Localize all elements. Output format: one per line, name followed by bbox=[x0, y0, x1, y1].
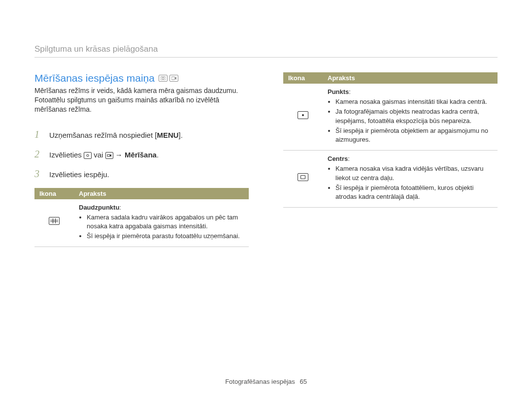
right-column: Ikona Apraksts Punkts: Kamera nosaka gai… bbox=[283, 72, 498, 247]
step-number: 3 bbox=[34, 164, 43, 183]
camera-icon bbox=[84, 152, 92, 159]
step-3: 3 Izvēlieties iespēju. bbox=[34, 164, 249, 183]
step-text: Izvēlieties vai → Mērīšana. bbox=[49, 148, 159, 162]
options-table-right: Ikona Apraksts Punkts: Kamera nosaka gai… bbox=[283, 72, 498, 208]
step-text: Uzņemšanas režīmā nospiediet [MENU]. bbox=[49, 128, 183, 143]
table-row: Daudzpunktu: Kamera sadala kadru vairāko… bbox=[34, 199, 249, 247]
video-mode-icon bbox=[169, 75, 178, 82]
menu-item-label: Mērīšana bbox=[125, 151, 157, 159]
step-fragment: Uzņemšanas režīmā nospiediet [ bbox=[49, 131, 157, 139]
camera-mode-icon bbox=[159, 75, 167, 82]
svg-point-3 bbox=[87, 154, 89, 156]
option-bullet: Kamera sadala kadru vairākos apgabalos u… bbox=[87, 213, 244, 231]
table-row: Centrs: Kamera nosaka visa kadra vidējās… bbox=[283, 151, 498, 208]
breadcrumb: Spilgtuma un krāsas pielāgošana bbox=[34, 44, 498, 58]
option-title: Daudzpunktu bbox=[79, 204, 119, 211]
mode-icons bbox=[159, 75, 178, 82]
option-title: Centrs bbox=[328, 155, 348, 162]
col-header-desc: Apraksts bbox=[74, 188, 249, 199]
option-bullet: Šī iespēja ir piemērota parastu fotoattē… bbox=[87, 232, 244, 241]
footer-section: Fotografēšanas iespējas bbox=[225, 378, 295, 385]
step-number: 2 bbox=[34, 145, 43, 163]
step-2: 2 Izvēlieties vai → Mērīšana. bbox=[34, 145, 249, 163]
step-number: 1 bbox=[34, 125, 43, 144]
step-text: Izvēlieties iespēju. bbox=[49, 168, 109, 182]
col-header-desc: Apraksts bbox=[323, 72, 498, 84]
option-bullet: Ja fotografējamais objekts neatrodas kad… bbox=[335, 107, 493, 125]
col-header-icon: Ikona bbox=[283, 72, 323, 84]
heading-text: Mērīšanas iespējas maiņa bbox=[34, 72, 155, 84]
step-fragment: vai bbox=[92, 151, 105, 159]
svg-point-1 bbox=[162, 78, 164, 80]
page-number: 65 bbox=[299, 378, 306, 385]
option-bullet: Šī iespēja ir piemērota fotoattēliem, ku… bbox=[335, 184, 493, 201]
svg-rect-4 bbox=[107, 154, 110, 156]
left-column: Mērīšanas iespējas maiņa Mērīšanas režīm… bbox=[34, 72, 249, 247]
menu-label: MENU bbox=[157, 131, 178, 139]
metering-center-icon bbox=[283, 151, 323, 208]
option-title: Punkts bbox=[328, 88, 349, 95]
steps-list: 1 Uzņemšanas režīmā nospiediet [MENU]. 2… bbox=[34, 125, 249, 183]
page-footer: Fotografēšanas iespējas 65 bbox=[0, 378, 532, 385]
option-bullet: Šī iespēja ir piemērota objektiem ar apg… bbox=[335, 126, 493, 144]
intro-paragraph: Mērīšanas režīms ir veids, kādā kamera m… bbox=[34, 86, 249, 114]
col-header-icon: Ikona bbox=[34, 188, 74, 199]
step-fragment: ]. bbox=[179, 131, 183, 139]
table-row: Punkts: Kamera nosaka gaismas intensitāt… bbox=[283, 84, 498, 151]
step-1: 1 Uzņemšanas režīmā nospiediet [MENU]. bbox=[34, 125, 249, 144]
option-bullet: Kamera nosaka gaismas intensitāti tikai … bbox=[335, 97, 493, 106]
option-description: Daudzpunktu: Kamera sadala kadru vairāko… bbox=[74, 199, 249, 247]
video-icon bbox=[105, 152, 113, 159]
arrow-icon: → bbox=[113, 151, 125, 159]
option-description: Centrs: Kamera nosaka visa kadra vidējās… bbox=[323, 151, 498, 208]
metering-multi-icon bbox=[34, 199, 74, 247]
metering-spot-icon bbox=[283, 84, 323, 151]
option-bullet: Kamera nosaka visa kadra vidējās vērtība… bbox=[335, 164, 493, 182]
step-fragment: . bbox=[157, 151, 159, 159]
svg-rect-2 bbox=[171, 77, 175, 80]
section-heading: Mērīšanas iespējas maiņa bbox=[34, 72, 249, 84]
options-table-left: Ikona Apraksts Daudzpunktu: Kamera sadal… bbox=[34, 188, 249, 247]
option-description: Punkts: Kamera nosaka gaismas intensitāt… bbox=[323, 84, 498, 151]
step-fragment: Izvēlieties bbox=[49, 151, 84, 159]
